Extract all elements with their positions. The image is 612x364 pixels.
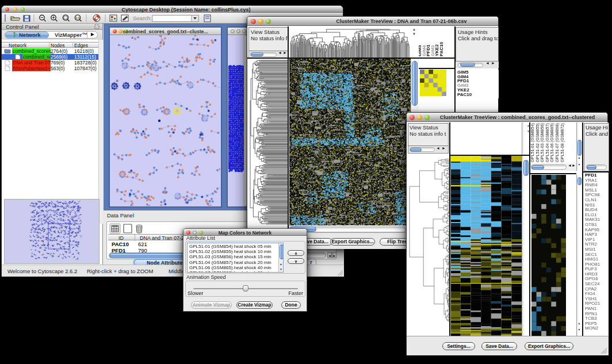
svg-text:PAC10: PAC10	[439, 41, 444, 56]
svg-text:GPL51-08 (GSM872): GPL51-08 (GSM872)	[560, 123, 565, 162]
svg-text:1:1: 1:1	[75, 16, 79, 20]
svg-text:Search:: Search:	[133, 15, 152, 21]
